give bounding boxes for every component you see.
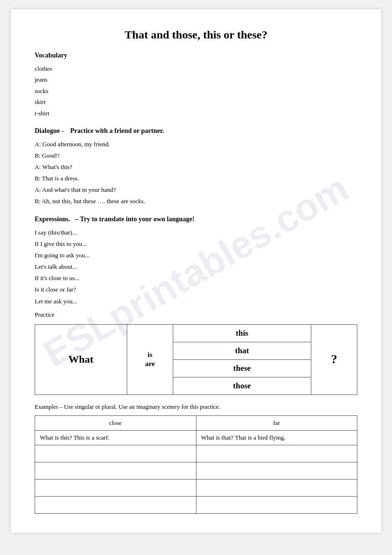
expression-item: Is it close or far? xyxy=(35,284,357,295)
that-cell: that xyxy=(173,342,311,359)
grammar-table: What is are this ? that these xyxy=(35,324,357,395)
expressions-list: I say (this/that)... If I give this to y… xyxy=(35,227,357,307)
example-row xyxy=(35,462,357,479)
dialogue-line: A: Good afternoon, my friend. xyxy=(35,139,357,150)
vocabulary-label: Vocabulary xyxy=(35,52,357,59)
expression-item: Let me ask you... xyxy=(35,296,357,307)
expression-item: If it's close to us... xyxy=(35,273,357,284)
dialogue-line: A: And what's that in your hand? xyxy=(35,184,357,196)
these-cell: these xyxy=(173,359,311,377)
far-example-1: What is that? That is a bird flying. xyxy=(196,430,357,445)
examples-table: close far What is this? This is a scarf.… xyxy=(35,415,357,514)
those-cell: those xyxy=(173,377,311,395)
what-cell: What xyxy=(35,324,127,395)
close-example-1: What is this? This is a scarf. xyxy=(35,430,196,445)
dialogue-line: B: That is a dress. xyxy=(35,173,357,184)
expression-item: I say (this/that)... xyxy=(35,227,357,238)
is-label: is xyxy=(148,351,152,359)
vocabulary-list: clothes jeans socks skirt t-shirt xyxy=(35,63,357,119)
far-header: far xyxy=(196,415,357,430)
far-example-4 xyxy=(196,479,357,496)
expression-item: Let's talk about... xyxy=(35,261,357,273)
close-example-2 xyxy=(35,445,196,462)
dialogue-line: A: What's this? xyxy=(35,161,357,173)
far-example-2 xyxy=(196,445,357,462)
example-row xyxy=(35,445,357,462)
is-are-cell: is are xyxy=(127,324,173,395)
close-example-4 xyxy=(35,479,196,496)
vocab-item: jeans xyxy=(35,74,357,85)
dialogue-header: Dialogue - Practice with a friend or par… xyxy=(35,127,357,135)
vocab-item: socks xyxy=(35,85,357,96)
vocab-item: skirt xyxy=(35,96,357,107)
expression-item: I'm going to ask you... xyxy=(35,250,357,261)
are-label: are xyxy=(145,360,155,368)
vocab-item: clothes xyxy=(35,63,357,74)
dialogue-line: B: Ah, not this, but these …. these are … xyxy=(35,196,357,207)
close-example-5 xyxy=(35,496,196,513)
example-row xyxy=(35,496,357,513)
dialogue-lines: A: Good afternoon, my friend. B: Good!! … xyxy=(35,139,357,207)
page-title: That and those, this or these? xyxy=(35,28,357,41)
examples-note: Examples – Use singular or plural. Use a… xyxy=(35,404,357,411)
example-row: What is this? This is a scarf. What is t… xyxy=(35,430,357,445)
this-cell: this xyxy=(173,324,311,342)
dialogue-line: B: Good!! xyxy=(35,150,357,161)
far-example-5 xyxy=(196,496,357,513)
expressions-header: Expressions. – Try to translate into you… xyxy=(35,216,357,223)
close-header: close xyxy=(35,415,196,430)
question-mark-cell: ? xyxy=(311,324,357,395)
far-example-3 xyxy=(196,462,357,479)
example-row xyxy=(35,479,357,496)
close-example-3 xyxy=(35,462,196,479)
expression-item: If I give this to you... xyxy=(35,238,357,250)
vocab-item: t-shirt xyxy=(35,108,357,119)
practice-label: Practice xyxy=(35,311,357,319)
